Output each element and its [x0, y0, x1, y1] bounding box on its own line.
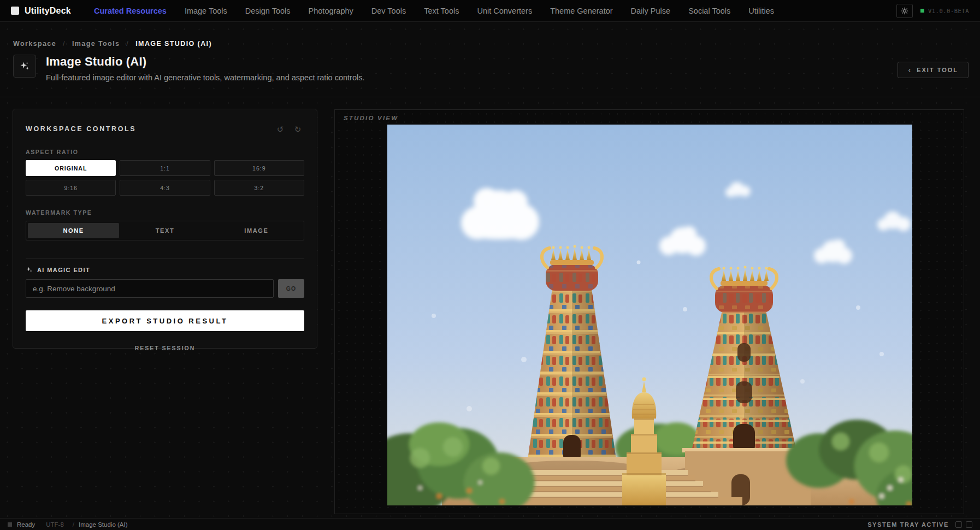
- sparkles-icon: [19, 61, 30, 72]
- panel-head: WORKSPACE CONTROLS ↺ ↻: [26, 123, 304, 135]
- page-header: Image Studio (AI) Full-featured image ed…: [13, 55, 365, 82]
- studio-view-panel: STUDIO VIEW: [334, 109, 964, 514]
- watermark-none-button[interactable]: NONE: [28, 223, 119, 238]
- exit-tool-button[interactable]: ‹ EXIT TOOL: [898, 62, 969, 78]
- main-area: Workspace / Image Tools / IMAGE STUDIO (…: [0, 22, 980, 518]
- history-buttons: ↺ ↻: [274, 123, 304, 135]
- breadcrumb-separator: /: [63, 40, 66, 48]
- chevron-left-icon: ‹: [908, 66, 912, 74]
- breadcrumb-image-tools[interactable]: Image Tools: [72, 40, 120, 48]
- magic-edit-row: GO: [26, 279, 304, 298]
- ai-magic-edit-header: AI MAGIC EDIT: [26, 266, 304, 273]
- status-left: Ready UTF-8 / Image Studio (AI): [8, 521, 128, 528]
- status-bar: Ready UTF-8 / Image Studio (AI) SYSTEM T…: [0, 518, 980, 530]
- nav-item-text-tools[interactable]: Text Tools: [424, 7, 459, 15]
- page-header-titles: Image Studio (AI) Full-featured image ed…: [46, 55, 365, 82]
- nav-item-design-tools[interactable]: Design Tools: [245, 7, 291, 15]
- ai-magic-edit-label: AI MAGIC EDIT: [37, 267, 90, 273]
- brand-logo-icon: [11, 7, 19, 15]
- reset-session-button[interactable]: RESET SESSION: [135, 345, 196, 351]
- status-ready: Ready: [17, 521, 35, 528]
- nav-item-social-tools[interactable]: Social Tools: [688, 7, 730, 15]
- aspect-1-1-button[interactable]: 1:1: [120, 160, 210, 176]
- nav-item-curated-resources[interactable]: Curated Resources: [94, 7, 167, 15]
- main-nav: Curated Resources Image Tools Design Too…: [94, 7, 774, 15]
- tray-square-icon: [966, 521, 972, 528]
- aspect-ratio-label: ASPECT RATIO: [26, 149, 304, 155]
- undo-icon: ↺: [277, 125, 284, 134]
- status-encoding: UTF-8: [46, 521, 64, 528]
- aspect-ratio-grid: ORIGINAL 1:1 16:9 9:16 4:3 3:2: [26, 160, 304, 196]
- status-right: SYSTEM TRAY ACTIVE: [867, 521, 972, 528]
- version-badge: V1.0.0-BETA: [920, 8, 969, 14]
- nav-item-unit-converters[interactable]: Unit Converters: [477, 7, 532, 15]
- go-button[interactable]: GO: [278, 279, 304, 298]
- topbar-right: V1.0.0-BETA: [896, 4, 969, 18]
- page-subtitle: Full-featured image editor with AI gener…: [46, 73, 365, 82]
- ai-magic-edit-section: AI MAGIC EDIT GO: [26, 258, 304, 298]
- top-navbar: UtilityDeck Curated Resources Image Tool…: [0, 0, 980, 22]
- nav-item-image-tools[interactable]: Image Tools: [185, 7, 227, 15]
- brand[interactable]: UtilityDeck: [11, 6, 71, 16]
- brand-name: UtilityDeck: [25, 6, 71, 16]
- breadcrumb-current: IMAGE STUDIO (AI): [135, 40, 212, 48]
- watermark-type-label: WATERMARK TYPE: [26, 209, 304, 216]
- nav-item-theme-generator[interactable]: Theme Generator: [550, 7, 612, 15]
- watermark-segmented-control: NONE TEXT IMAGE: [26, 221, 304, 240]
- nav-item-dev-tools[interactable]: Dev Tools: [371, 7, 406, 15]
- header-divider: [0, 97, 980, 97]
- breadcrumb-separator: /: [126, 40, 129, 48]
- aspect-4-3-button[interactable]: 4:3: [120, 180, 210, 196]
- tray-square-icon: [955, 521, 962, 528]
- magic-edit-input[interactable]: [26, 279, 274, 298]
- theme-toggle-button[interactable]: [896, 4, 913, 18]
- studio-view-label: STUDIO VIEW: [344, 115, 398, 121]
- redo-icon: ↻: [294, 125, 302, 134]
- aspect-9-16-button[interactable]: 9:16: [26, 180, 116, 196]
- exit-tool-label: EXIT TOOL: [917, 67, 958, 73]
- redo-button[interactable]: ↻: [291, 123, 304, 135]
- tool-icon-box: [13, 55, 36, 78]
- nav-item-daily-pulse[interactable]: Daily Pulse: [631, 7, 671, 15]
- nav-item-utilities[interactable]: Utilities: [748, 7, 774, 15]
- status-square-icon: [8, 522, 12, 527]
- page-title: Image Studio (AI): [46, 55, 365, 69]
- breadcrumb-workspace[interactable]: Workspace: [13, 40, 56, 48]
- workspace-controls-panel: WORKSPACE CONTROLS ↺ ↻ ASPECT RATIO ORIG…: [13, 109, 317, 349]
- export-button[interactable]: EXPORT STUDIO RESULT: [26, 310, 304, 331]
- status-dot-icon: [920, 9, 924, 13]
- status-tool-name: Image Studio (AI): [79, 521, 127, 528]
- watermark-text-button[interactable]: TEXT: [119, 223, 210, 238]
- aspect-3-2-button[interactable]: 3:2: [214, 180, 304, 196]
- nav-item-photography[interactable]: Photography: [309, 7, 353, 15]
- app-window: UtilityDeck Curated Resources Image Tool…: [0, 0, 980, 530]
- status-separator: /: [73, 521, 74, 528]
- watermark-image-button[interactable]: IMAGE: [211, 223, 302, 238]
- aspect-original-button[interactable]: ORIGINAL: [26, 160, 116, 176]
- breadcrumb: Workspace / Image Tools / IMAGE STUDIO (…: [13, 40, 212, 48]
- sparkles-icon: [26, 266, 33, 273]
- aspect-16-9-button[interactable]: 16:9: [214, 160, 304, 176]
- panel-title: WORKSPACE CONTROLS: [26, 125, 136, 133]
- version-label: V1.0.0-BETA: [928, 8, 969, 14]
- undo-button[interactable]: ↺: [274, 123, 287, 135]
- system-tray-label: SYSTEM TRAY ACTIVE: [867, 521, 949, 528]
- sun-icon: [901, 7, 908, 15]
- studio-image: [387, 125, 912, 505]
